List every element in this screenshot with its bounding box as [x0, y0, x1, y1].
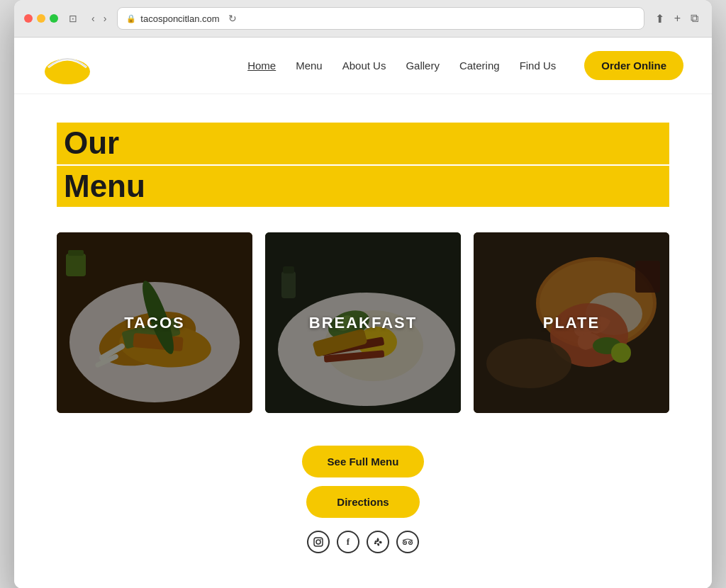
- svg-point-43: [410, 542, 411, 543]
- heading-line-1: Our: [57, 123, 669, 164]
- window-toggle-icon[interactable]: ⊡: [65, 11, 81, 26]
- svg-rect-37: [314, 538, 323, 546]
- nav-item-findus[interactable]: Find Us: [520, 60, 557, 72]
- nav-item-home[interactable]: Home: [247, 60, 276, 72]
- svg-point-39: [320, 539, 322, 541]
- breakfast-label: BREAKFAST: [309, 314, 417, 332]
- url-text: tacosponcitlan.com: [140, 13, 219, 24]
- nav-link-menu[interactable]: Menu: [296, 60, 323, 72]
- nav-item-menu[interactable]: Menu: [296, 60, 323, 72]
- browser-toolbar: ⊡ ‹ › 🔒 tacosponcitlan.com ↻ ⬆ + ⧉: [14, 0, 712, 38]
- minimize-button[interactable]: [37, 14, 45, 23]
- svg-point-0: [45, 59, 90, 84]
- browser-actions: ⬆ + ⧉: [652, 11, 702, 27]
- food-card-breakfast[interactable]: BREAKFAST: [265, 232, 461, 413]
- nav-link-gallery[interactable]: Gallery: [406, 60, 440, 72]
- nav-link-findus[interactable]: Find Us: [520, 60, 557, 72]
- tripadvisor-icon[interactable]: [396, 531, 419, 553]
- main-content: Our Menu: [14, 94, 712, 588]
- site-logo: [43, 45, 92, 87]
- breakfast-overlay: BREAKFAST: [265, 232, 461, 413]
- nav-link-catering[interactable]: Catering: [459, 60, 500, 72]
- nav-item-about[interactable]: About Us: [342, 60, 386, 72]
- directions-button[interactable]: Directions: [306, 486, 420, 518]
- plate-overlay: PLATE: [474, 232, 669, 413]
- nav-links: Home Menu About Us Gallery Catering Find…: [247, 60, 556, 72]
- see-full-menu-button[interactable]: See Full Menu: [302, 446, 425, 477]
- food-card-tacos[interactable]: TACOS: [57, 232, 252, 413]
- menu-heading: Our Menu: [57, 123, 669, 207]
- instagram-icon[interactable]: [307, 531, 330, 553]
- share-button[interactable]: ⬆: [652, 11, 668, 27]
- address-bar[interactable]: 🔒 tacosponcitlan.com ↻: [117, 7, 644, 30]
- svg-point-38: [316, 540, 320, 544]
- browser-window: ⊡ ‹ › 🔒 tacosponcitlan.com ↻ ⬆ + ⧉: [14, 0, 712, 588]
- svg-point-42: [404, 542, 406, 543]
- tacos-overlay: TACOS: [57, 232, 252, 413]
- order-online-button[interactable]: Order Online: [584, 51, 683, 80]
- site-nav: Home Menu About Us Gallery Catering Find…: [14, 38, 712, 94]
- lock-icon: 🔒: [126, 14, 136, 23]
- nav-item-gallery[interactable]: Gallery: [406, 60, 440, 72]
- forward-button[interactable]: ›: [100, 11, 111, 26]
- nav-link-home[interactable]: Home: [247, 60, 276, 72]
- maximize-button[interactable]: [50, 14, 58, 23]
- facebook-label: f: [347, 536, 350, 548]
- tabs-overview-button[interactable]: ⧉: [687, 11, 702, 27]
- logo-container[interactable]: [43, 45, 92, 87]
- food-card-plate[interactable]: PLATE: [474, 232, 669, 413]
- yelp-icon[interactable]: [367, 531, 389, 553]
- reload-button[interactable]: ↻: [224, 11, 241, 26]
- back-button[interactable]: ‹: [88, 11, 99, 26]
- plate-label: PLATE: [543, 314, 600, 332]
- facebook-icon[interactable]: f: [337, 531, 359, 553]
- heading-line-2: Menu: [57, 166, 669, 208]
- website-content: Home Menu About Us Gallery Catering Find…: [14, 38, 712, 588]
- nav-link-about[interactable]: About Us: [342, 60, 386, 72]
- traffic-lights: [24, 14, 58, 23]
- social-icons: f: [307, 531, 419, 553]
- close-button[interactable]: [24, 14, 33, 23]
- food-cards: TACOS: [57, 232, 669, 413]
- tacos-label: TACOS: [124, 314, 184, 332]
- buttons-section: See Full Menu Directions f: [57, 439, 669, 567]
- browser-nav: ‹ ›: [88, 11, 110, 26]
- new-tab-button[interactable]: +: [671, 11, 684, 27]
- nav-item-catering[interactable]: Catering: [459, 60, 500, 72]
